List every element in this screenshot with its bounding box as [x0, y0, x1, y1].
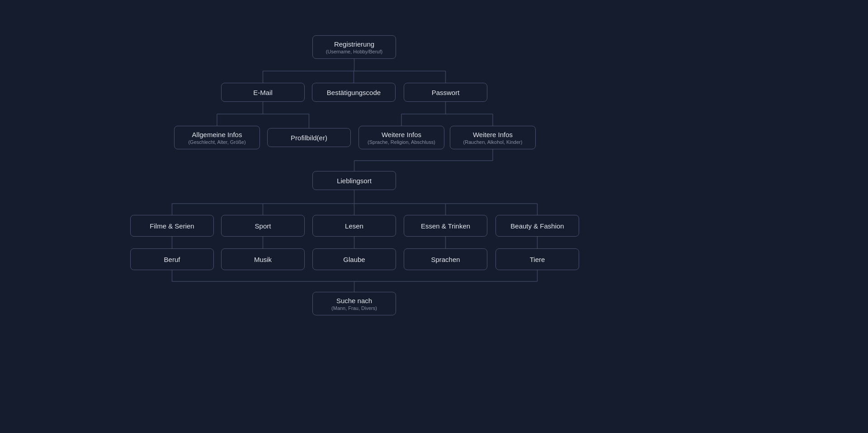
node-email[interactable]: E-Mail [221, 83, 305, 102]
node-lieblingsort[interactable]: Lieblingsort [312, 171, 396, 190]
node-profilbild[interactable]: Profilbild(er) [267, 128, 351, 147]
node-sport[interactable]: Sport [221, 215, 305, 237]
node-essen[interactable]: Essen & Trinken [404, 215, 487, 237]
glaube-label: Glaube [343, 256, 365, 263]
weitere2-label: Weitere Infos [473, 131, 513, 138]
filme-label: Filme & Serien [150, 222, 194, 230]
essen-label: Essen & Trinken [421, 222, 470, 230]
node-allgemeine[interactable]: Allgemeine Infos (Geschlecht, Alter, Grö… [174, 126, 260, 149]
weitere2-sub: (Rauchen, Alkohol, Kinder) [463, 139, 523, 145]
node-bestaetigung[interactable]: Bestätigungscode [312, 83, 396, 102]
bestaetigung-label: Bestätigungscode [327, 89, 381, 96]
node-tiere[interactable]: Tiere [495, 248, 579, 270]
tiere-label: Tiere [530, 256, 545, 263]
sprachen-label: Sprachen [431, 256, 460, 263]
node-musik[interactable]: Musik [221, 248, 305, 270]
allgemeine-sub: (Geschlecht, Alter, Größe) [188, 139, 245, 145]
node-lesen[interactable]: Lesen [312, 215, 396, 237]
profilbild-label: Profilbild(er) [291, 134, 327, 142]
weitere1-sub: (Sprache, Religion, Abschluss) [368, 139, 435, 145]
node-beauty[interactable]: Beauty & Fashion [495, 215, 579, 237]
allgemeine-label: Allgemeine Infos [192, 131, 242, 138]
node-registrierung[interactable]: Registrierung (Username, Hobby/Beruf) [312, 35, 396, 59]
suche-label: Suche nach [336, 297, 372, 305]
sport-label: Sport [255, 222, 271, 230]
node-suche[interactable]: Suche nach (Mann, Frau, Divers) [312, 292, 396, 315]
node-glaube[interactable]: Glaube [312, 248, 396, 270]
beauty-label: Beauty & Fashion [510, 222, 564, 230]
weitere1-label: Weitere Infos [382, 131, 421, 138]
passwort-label: Passwort [432, 89, 460, 96]
node-filme[interactable]: Filme & Serien [130, 215, 214, 237]
email-label: E-Mail [253, 89, 273, 96]
beruf-label: Beruf [164, 256, 180, 263]
registrierung-sub: (Username, Hobby/Beruf) [326, 49, 382, 54]
node-passwort[interactable]: Passwort [404, 83, 487, 102]
node-beruf[interactable]: Beruf [130, 248, 214, 270]
lieblingsort-label: Lieblingsort [337, 177, 372, 185]
node-weitere2[interactable]: Weitere Infos (Rauchen, Alkohol, Kinder) [450, 126, 536, 149]
musik-label: Musik [254, 256, 272, 263]
registrierung-label: Registrierung [334, 40, 374, 48]
node-weitere1[interactable]: Weitere Infos (Sprache, Religion, Abschl… [359, 126, 444, 149]
lesen-label: Lesen [345, 222, 363, 230]
diagram-container: Registrierung (Username, Hobby/Beruf) E-… [0, 0, 868, 433]
node-sprachen[interactable]: Sprachen [404, 248, 487, 270]
suche-sub: (Mann, Frau, Divers) [331, 305, 377, 311]
